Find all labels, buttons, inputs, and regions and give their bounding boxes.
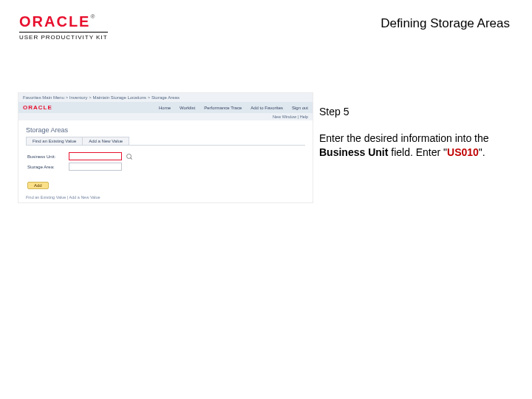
lookup-icon[interactable] bbox=[126, 154, 132, 160]
row-storage-area: Storage Area: bbox=[27, 163, 304, 171]
instruction-text: Enter the desired information into the B… bbox=[319, 132, 510, 160]
section-heading: Storage Areas bbox=[18, 120, 313, 137]
storage-area-field[interactable] bbox=[69, 163, 122, 171]
business-unit-field[interactable] bbox=[69, 152, 122, 160]
menu-signout[interactable]: Sign out bbox=[292, 106, 308, 110]
instr-seg3: ". bbox=[479, 146, 485, 158]
menu-worklist[interactable]: Worklist bbox=[180, 106, 195, 110]
add-button[interactable]: Add bbox=[27, 182, 49, 189]
app-topbar: ORACLE Home Worklist Performance Trace A… bbox=[18, 102, 313, 113]
tabs: Find an Existing Value Add a New Value bbox=[26, 137, 305, 146]
label-business-unit: Business Unit: bbox=[27, 154, 64, 159]
trademark: ® bbox=[90, 13, 95, 20]
step-label: Step 5 bbox=[319, 106, 349, 117]
instr-seg1: Enter the desired information into the bbox=[319, 132, 489, 144]
footer-links: Find an Existing Value | Add a New Value bbox=[26, 195, 100, 200]
form: Business Unit: Storage Area: bbox=[18, 146, 313, 177]
oracle-wordmark: ORACLE bbox=[19, 13, 90, 30]
userline: New Window | Help bbox=[18, 113, 313, 120]
tab-find-existing[interactable]: Find an Existing Value bbox=[26, 137, 83, 145]
page-title: Defining Storage Areas bbox=[381, 16, 510, 31]
app-screenshot: Favorites Main Menu > Inventory > Mainta… bbox=[18, 92, 313, 203]
row-business-unit: Business Unit: bbox=[27, 152, 304, 160]
brand-subtitle: USER PRODUCTIVITY KIT bbox=[19, 32, 108, 41]
app-oracle-logo: ORACLE bbox=[23, 104, 52, 111]
breadcrumb: Favorites Main Menu > Inventory > Mainta… bbox=[18, 93, 313, 102]
instr-field-name: Business Unit bbox=[319, 146, 388, 158]
menu-home[interactable]: Home bbox=[159, 106, 171, 110]
instr-value: US010 bbox=[447, 146, 479, 158]
label-storage-area: Storage Area: bbox=[27, 165, 64, 169]
instr-seg2: field. Enter " bbox=[388, 146, 447, 158]
brand-logo: ORACLE® USER PRODUCTIVITY KIT bbox=[19, 13, 108, 41]
topbar-menu: Home Worklist Performance Trace Add to F… bbox=[159, 106, 308, 110]
menu-add-fav[interactable]: Add to Favorites bbox=[250, 106, 283, 110]
menu-perf-trace[interactable]: Performance Trace bbox=[204, 106, 242, 110]
tab-add-new[interactable]: Add a New Value bbox=[83, 137, 129, 145]
